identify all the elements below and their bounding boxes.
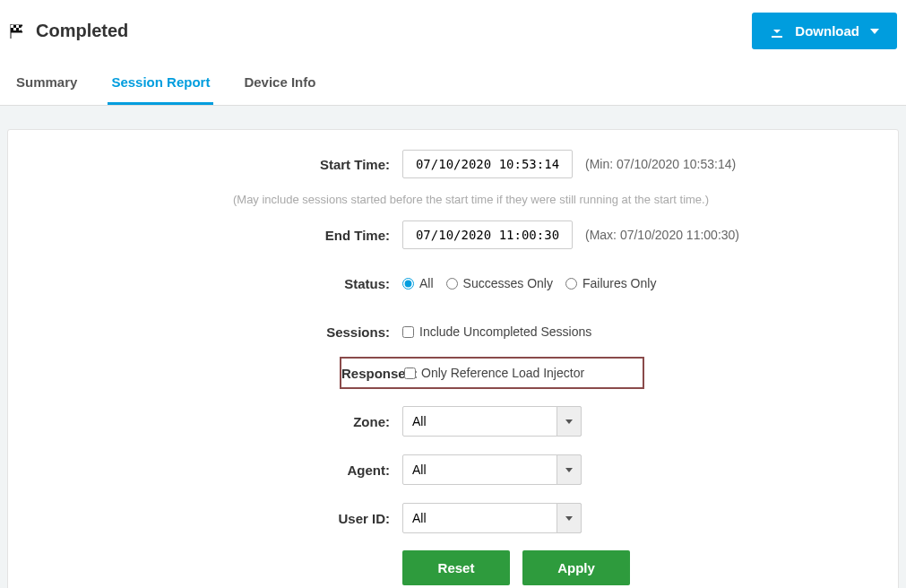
label-end-time: End Time: xyxy=(26,228,402,243)
start-time-input[interactable] xyxy=(402,150,573,178)
page-title: Completed xyxy=(36,21,128,41)
label-start-time: Start Time: xyxy=(26,157,402,172)
label-responses: Responses: xyxy=(341,366,404,381)
label-status: Status: xyxy=(26,276,402,291)
start-time-note: (May include sessions started before the… xyxy=(26,189,880,219)
chevron-down-icon xyxy=(870,29,879,34)
responses-checkbox-item[interactable]: Only Reference Load Injector xyxy=(404,366,584,380)
agent-select-wrap: All xyxy=(402,454,582,485)
end-time-input[interactable] xyxy=(402,220,573,249)
responses-check-label: Only Reference Load Injector xyxy=(421,366,584,380)
workarea: Start Time: (Min: 07/10/2020 10:53:14) (… xyxy=(0,106,906,588)
status-radio-all-input[interactable] xyxy=(402,278,414,290)
responses-checkbox[interactable] xyxy=(404,368,416,379)
label-agent: Agent: xyxy=(26,463,402,478)
svg-rect-0 xyxy=(11,25,13,28)
status-radio-success-input[interactable] xyxy=(446,278,458,290)
agent-select[interactable]: All xyxy=(402,454,582,485)
svg-rect-3 xyxy=(19,28,21,30)
status-radio-success[interactable]: Successes Only xyxy=(446,276,553,290)
row-responses: Responses: Only Reference Load Injector xyxy=(340,357,644,389)
row-start-time: Start Time: (Min: 07/10/2020 10:53:14) xyxy=(26,148,880,180)
label-zone: Zone: xyxy=(26,414,402,429)
status-radio-failure-input[interactable] xyxy=(565,278,577,290)
sessions-checkbox[interactable] xyxy=(402,326,414,338)
zone-select-wrap: All xyxy=(402,406,582,437)
sessions-checkbox-item[interactable]: Include Uncompleted Sessions xyxy=(402,324,591,339)
download-label: Download xyxy=(795,23,859,39)
svg-rect-2 xyxy=(13,28,16,30)
status-success-label: Successes Only xyxy=(463,276,553,290)
page-header: Completed Download xyxy=(0,0,906,56)
reset-button[interactable]: Reset xyxy=(402,550,510,585)
end-time-hint: (Max: 07/10/2020 11:00:30) xyxy=(585,228,739,242)
start-time-hint: (Min: 07/10/2020 10:53:14) xyxy=(585,157,736,171)
download-button[interactable]: Download xyxy=(752,13,897,49)
row-status: Status: All Successes Only Failures Only xyxy=(26,267,880,299)
status-radio-failure[interactable]: Failures Only xyxy=(565,276,656,290)
completed-flag-icon xyxy=(9,23,25,39)
row-end-time: End Time: (Max: 07/10/2020 11:00:30) xyxy=(26,219,880,251)
row-agent: Agent: All xyxy=(26,454,880,486)
tab-summary[interactable]: Summary xyxy=(13,65,81,105)
status-radio-all[interactable]: All xyxy=(402,276,434,290)
row-user-id: User ID: All xyxy=(26,502,880,534)
tabs: Summary Session Report Device Info xyxy=(0,56,906,106)
apply-button[interactable]: Apply xyxy=(522,550,630,585)
sessions-check-label: Include Uncompleted Sessions xyxy=(419,324,591,339)
zone-select[interactable]: All xyxy=(402,406,582,437)
status-failure-label: Failures Only xyxy=(582,276,656,290)
download-icon xyxy=(770,24,784,39)
header-left: Completed xyxy=(9,21,128,41)
tab-device-info[interactable]: Device Info xyxy=(240,65,319,105)
button-row: Reset Apply xyxy=(26,550,880,585)
user-id-select[interactable]: All xyxy=(402,503,582,533)
tab-session-report[interactable]: Session Report xyxy=(108,65,213,105)
filter-panel: Start Time: (Min: 07/10/2020 10:53:14) (… xyxy=(7,129,899,588)
label-user-id: User ID: xyxy=(26,511,402,526)
row-zone: Zone: All xyxy=(26,405,880,437)
row-sessions: Sessions: Include Uncompleted Sessions xyxy=(26,316,880,348)
status-all-label: All xyxy=(419,276,434,290)
label-sessions: Sessions: xyxy=(26,324,402,340)
user-id-select-wrap: All xyxy=(402,503,582,533)
svg-rect-1 xyxy=(16,25,19,28)
